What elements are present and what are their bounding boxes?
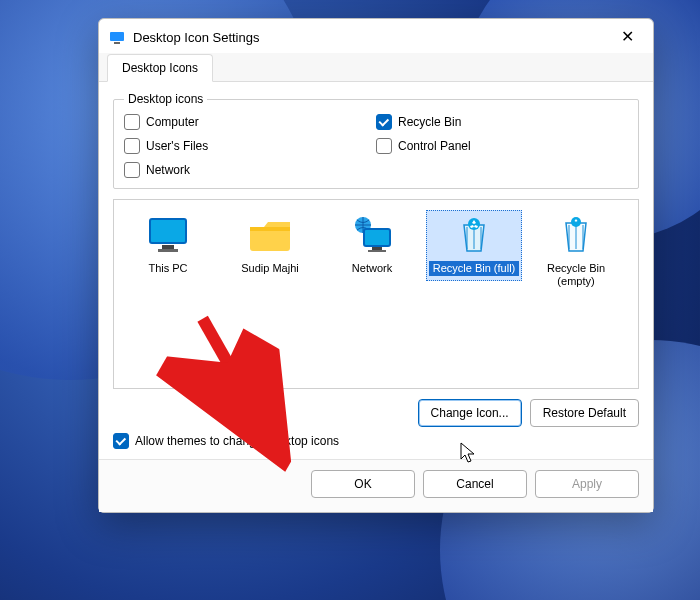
change-icon-button[interactable]: Change Icon... — [418, 399, 522, 427]
desktop-icon-settings-dialog: Desktop Icon Settings ✕ Desktop Icons De… — [98, 18, 654, 513]
app-icon — [109, 29, 125, 45]
restore-default-button[interactable]: Restore Default — [530, 399, 639, 427]
monitor-icon — [144, 215, 192, 255]
tab-desktop-icons[interactable]: Desktop Icons — [107, 54, 213, 82]
svg-rect-7 — [364, 229, 390, 246]
recycle-bin-empty-icon — [552, 215, 600, 255]
checkbox-label: Network — [146, 163, 190, 177]
icon-label: Sudip Majhi — [225, 261, 315, 276]
checkbox-recycle-bin[interactable]: Recycle Bin — [376, 114, 628, 130]
desktop-icons-group: Desktop icons Computer Recycle Bin User'… — [113, 92, 639, 189]
checkbox-users-files[interactable]: User's Files — [124, 138, 376, 154]
checkbox-control-panel[interactable]: Control Panel — [376, 138, 628, 154]
close-button[interactable]: ✕ — [611, 25, 643, 49]
folder-icon — [246, 215, 294, 255]
icon-label: Network — [327, 261, 417, 276]
checkbox-allow-themes[interactable]: Allow themes to change desktop icons — [113, 433, 639, 449]
dialog-footer: OK Cancel Apply — [99, 459, 653, 512]
icon-user-folder[interactable]: Sudip Majhi — [222, 210, 318, 281]
cancel-button[interactable]: Cancel — [423, 470, 527, 498]
checkbox-label: User's Files — [146, 139, 208, 153]
close-icon: ✕ — [621, 29, 634, 45]
recycle-bin-full-icon — [450, 215, 498, 255]
svg-rect-1 — [114, 42, 120, 44]
checkbox-network[interactable]: Network — [124, 162, 376, 178]
checkbox-label: Computer — [146, 115, 199, 129]
icon-label: Recycle Bin (full) — [429, 261, 519, 276]
svg-rect-0 — [110, 32, 124, 41]
tabbar: Desktop Icons — [99, 53, 653, 82]
svg-rect-8 — [372, 247, 382, 250]
icon-label: Recycle Bin (empty) — [531, 261, 621, 289]
svg-rect-9 — [368, 250, 386, 252]
window-title: Desktop Icon Settings — [133, 30, 603, 45]
checkbox-label: Recycle Bin — [398, 115, 461, 129]
svg-rect-4 — [162, 245, 174, 249]
svg-rect-2 — [150, 219, 186, 243]
icon-list: This PC Sudip Majhi — [113, 199, 639, 389]
checkbox-label: Allow themes to change desktop icons — [135, 434, 339, 448]
group-legend: Desktop icons — [124, 92, 207, 106]
network-icon — [348, 215, 396, 255]
checkbox-label: Control Panel — [398, 139, 471, 153]
icon-this-pc[interactable]: This PC — [120, 210, 216, 281]
icon-label: This PC — [123, 261, 213, 276]
icon-recycle-bin-empty[interactable]: Recycle Bin (empty) — [528, 210, 624, 294]
titlebar: Desktop Icon Settings ✕ — [99, 19, 653, 53]
checkbox-computer[interactable]: Computer — [124, 114, 376, 130]
icon-recycle-bin-full[interactable]: Recycle Bin (full) — [426, 210, 522, 281]
svg-rect-5 — [158, 249, 178, 252]
icon-network[interactable]: Network — [324, 210, 420, 281]
ok-button[interactable]: OK — [311, 470, 415, 498]
apply-button[interactable]: Apply — [535, 470, 639, 498]
svg-point-11 — [571, 217, 581, 227]
